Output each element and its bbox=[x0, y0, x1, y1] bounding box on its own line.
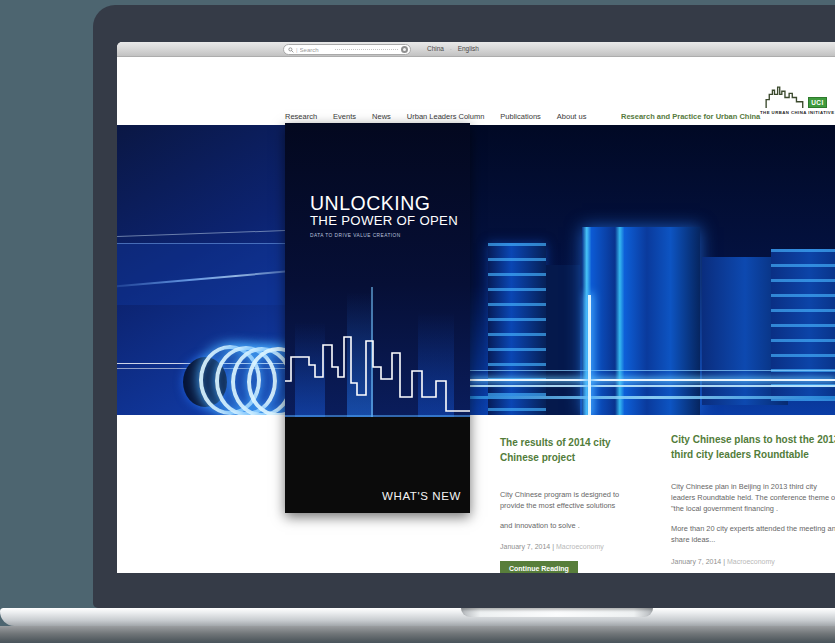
browser-toolbar: | China · English bbox=[117, 42, 835, 57]
nav-item-about-us[interactable]: About us bbox=[557, 112, 587, 121]
article-excerpt: City Chinese program is designed to prov… bbox=[500, 489, 624, 531]
article-meta: January 7, 2014 | Macroeconomy bbox=[500, 543, 652, 550]
search-bar[interactable]: | bbox=[283, 44, 411, 55]
language-switcher: China · English bbox=[427, 45, 479, 52]
nav-item-events[interactable]: Events bbox=[333, 112, 356, 121]
main-nav: Research Events News Urban Leaders Colum… bbox=[285, 112, 586, 121]
search-divider: | bbox=[296, 47, 298, 53]
lang-separator: · bbox=[450, 46, 452, 52]
skyline-icon bbox=[765, 85, 807, 108]
laptop-base bbox=[0, 608, 835, 626]
continue-reading-button[interactable]: Continue Reading bbox=[500, 561, 578, 573]
article-paragraph: City Chinese plan in Beijing in 2013 thi… bbox=[671, 481, 835, 514]
nav-item-publications[interactable]: Publications bbox=[500, 112, 540, 121]
logo-subtitle: THE URBAN CHINA INITIATIVE bbox=[760, 110, 832, 115]
meta-separator: | bbox=[723, 558, 725, 565]
laptop-screen: | China · English Research Events News U… bbox=[117, 42, 835, 573]
lang-english-link[interactable]: English bbox=[458, 45, 479, 52]
hero-image-right bbox=[470, 125, 835, 415]
article-title-link[interactable]: City Chinese plans to host the 2013 thir… bbox=[671, 432, 835, 462]
article-date: January 7, 2014 bbox=[500, 543, 550, 550]
whats-new-label: WHAT'S NEW bbox=[382, 490, 461, 502]
meta-separator: | bbox=[552, 543, 554, 550]
search-icon bbox=[288, 47, 294, 53]
hero-image-left bbox=[117, 125, 285, 415]
search-go-button[interactable] bbox=[401, 46, 408, 53]
article-excerpt: City Chinese plan in Beijing in 2013 thi… bbox=[671, 481, 835, 546]
mockup-stage: | China · English Research Events News U… bbox=[0, 0, 835, 643]
nav-item-research[interactable]: Research bbox=[285, 112, 317, 121]
city-skyline-outline-icon bbox=[285, 333, 470, 417]
laptop-base-shadow bbox=[0, 626, 835, 643]
article-card: City Chinese plans to host the 2013 thir… bbox=[671, 432, 835, 565]
article-paragraph: City Chinese program is designed to prov… bbox=[500, 489, 624, 511]
logo-acronym: UCI bbox=[808, 97, 827, 108]
search-dotted-rule bbox=[335, 49, 398, 50]
hero-feature-card[interactable]: UNLOCKING THE POWER OF OPEN DATA TO DRIV… bbox=[285, 123, 470, 513]
laptop-thumb-scoop bbox=[461, 608, 653, 617]
article-paragraph: and innovation to solve . bbox=[500, 520, 624, 531]
whats-new-panel: WHAT'S NEW bbox=[285, 417, 470, 513]
search-input[interactable] bbox=[300, 47, 334, 53]
article-meta: January 7, 2014 | Macroeconomy bbox=[671, 558, 835, 565]
article-paragraph: More than 20 city experts attended the m… bbox=[671, 523, 835, 545]
news-section: The results of 2014 city Chinese project… bbox=[117, 415, 835, 573]
lang-china-link[interactable]: China bbox=[427, 45, 444, 52]
article-date: January 7, 2014 bbox=[671, 558, 721, 565]
hero-feature-image: UNLOCKING THE POWER OF OPEN DATA TO DRIV… bbox=[285, 123, 470, 417]
hero-title-line1: UNLOCKING bbox=[310, 193, 458, 213]
article-card: The results of 2014 city Chinese project… bbox=[500, 435, 652, 573]
nav-item-news[interactable]: News bbox=[372, 112, 391, 121]
article-category-link[interactable]: Macroeconomy bbox=[727, 558, 775, 565]
hero-copy: UNLOCKING THE POWER OF OPEN DATA TO DRIV… bbox=[310, 193, 458, 238]
site-header: Research Events News Urban Leaders Colum… bbox=[117, 58, 835, 125]
nav-item-urban-leaders-column[interactable]: Urban Leaders Column bbox=[407, 112, 485, 121]
site-logo[interactable]: UCI THE URBAN CHINA INITIATIVE bbox=[760, 85, 832, 115]
hero-subtitle: DATA TO DRIVE VALUE CREATION bbox=[310, 233, 458, 238]
hero-title-line2: THE POWER OF OPEN bbox=[310, 213, 458, 228]
site-tagline: Research and Practice for Urban China bbox=[621, 112, 760, 121]
article-title-link[interactable]: The results of 2014 city Chinese project bbox=[500, 435, 652, 465]
hero-banner: UNLOCKING THE POWER OF OPEN DATA TO DRIV… bbox=[117, 125, 835, 415]
article-category-link[interactable]: Macroeconomy bbox=[556, 543, 604, 550]
